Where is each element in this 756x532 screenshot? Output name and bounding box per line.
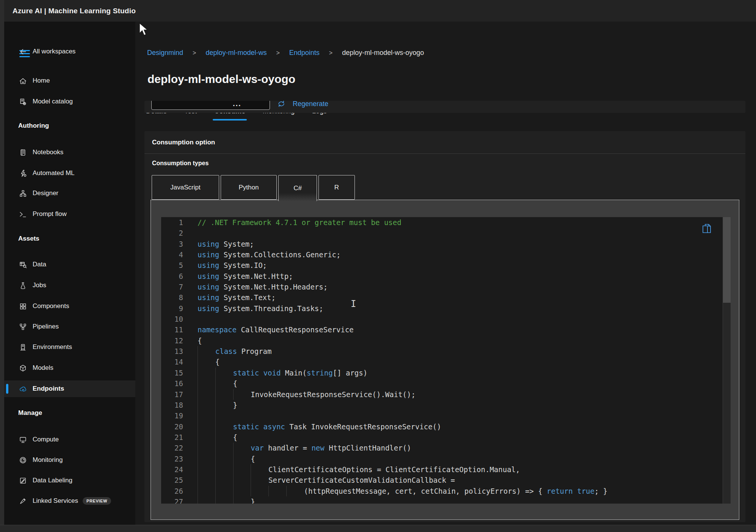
code-line: 17InvokeRequestResponseService().Wait();	[161, 389, 723, 400]
line-number: 5	[161, 260, 183, 271]
sidebar-item-data-labeling[interactable]: Data Labeling	[4, 472, 135, 489]
prompt-flow-icon	[19, 210, 27, 218]
indent-guide	[198, 378, 215, 389]
sidebar-item-label: Prompt flow	[33, 210, 67, 218]
breadcrumb-item[interactable]: Designmind	[147, 49, 183, 57]
line-number: 25	[161, 475, 183, 485]
breadcrumb-separator-icon: >	[193, 50, 196, 56]
api-key-masked-value[interactable]: ...	[233, 101, 242, 108]
sidebar-section-manage: Manage	[18, 408, 42, 418]
indent-guide	[215, 389, 233, 400]
code-line: 23{	[161, 454, 723, 464]
indent-guide	[233, 443, 251, 453]
regenerate-button[interactable]: Regenerate	[277, 101, 328, 108]
notebooks-icon	[19, 148, 27, 156]
indent-guide	[198, 496, 215, 504]
main-content: Designmind>deploy-ml-model-ws>Endpoints>…	[135, 22, 756, 525]
jobs-icon	[19, 281, 27, 289]
language-tab-r[interactable]: R	[318, 175, 355, 200]
code-scrollbar-thumb[interactable]	[723, 217, 731, 303]
sidebar-item-environments[interactable]: Environments	[4, 339, 135, 355]
indent-guide	[233, 496, 251, 504]
sidebar-item-monitoring[interactable]: Monitoring	[4, 452, 135, 468]
line-number: 15	[161, 368, 183, 378]
sidebar-item-label: Designer	[33, 189, 58, 197]
breadcrumb-separator-icon: >	[276, 50, 279, 56]
code-line: 13class Program	[161, 346, 723, 357]
breadcrumb-item[interactable]: Endpoints	[289, 49, 320, 57]
sidebar-item-automated-ml[interactable]: Automated ML	[4, 165, 135, 182]
code-scrollbar	[723, 217, 731, 504]
app-title: Azure AI | Machine Learning Studio	[13, 0, 136, 22]
linked-services-icon	[19, 497, 27, 505]
line-number: 7	[161, 282, 183, 292]
code-line: 6using System.Net.Http;	[161, 271, 723, 282]
code-line: 26(httpRequestMessage, cert, cetChain, p…	[161, 486, 723, 496]
selected-indicator	[6, 384, 8, 394]
line-number: 24	[161, 464, 183, 475]
indent-guide	[198, 357, 215, 367]
sidebar-item-label: All workspaces	[33, 48, 75, 55]
indent-guide	[198, 475, 215, 485]
preview-badge: PREVIEW	[83, 497, 111, 505]
sidebar-item-label: Components	[33, 302, 69, 310]
line-number: 16	[161, 378, 183, 389]
language-tab-javascript[interactable]: JavaScript	[152, 175, 219, 200]
code-line: 7using System.Net.Http.Headers;	[161, 282, 723, 292]
sidebar-item-compute[interactable]: Compute	[4, 431, 135, 448]
line-number: 2	[161, 228, 183, 238]
api-key-input[interactable]	[151, 101, 270, 110]
line-number: 9	[161, 303, 183, 314]
sidebar-item-components[interactable]: Components	[4, 298, 135, 315]
sidebar-item-jobs[interactable]: Jobs	[4, 277, 135, 294]
sidebar-item-model-catalog[interactable]: Model catalog	[4, 93, 135, 110]
sidebar-item-notebooks[interactable]: Notebooks	[4, 144, 135, 161]
code-editor: 1// .NET Framework 4.7.1 or greater must…	[161, 217, 723, 504]
sidebar-item-label: Linked Services	[33, 497, 78, 505]
indent-guide	[215, 454, 233, 464]
sidebar-item-home[interactable]: Home	[4, 72, 135, 89]
screen: Azure AI | Machine Learning Studio All w…	[0, 0, 756, 532]
sidebar-item-linked-services[interactable]: Linked ServicesPREVIEW	[4, 493, 135, 509]
sidebar-item-label: Endpoints	[33, 385, 64, 393]
language-tab-csharp[interactable]: C#	[278, 175, 317, 201]
language-tab-python[interactable]: Python	[221, 175, 277, 200]
sidebar-item-prompt-flow[interactable]: Prompt flow	[4, 206, 135, 222]
sidebar-item-models[interactable]: Models	[4, 360, 135, 376]
code-panel: 1// .NET Framework 4.7.1 or greater must…	[151, 200, 739, 520]
sidebar-item-label: Data	[33, 261, 46, 268]
sidebar-item-pipelines[interactable]: Pipelines	[4, 318, 135, 335]
text-cursor-icon: I	[351, 299, 356, 309]
sidebar-item-endpoints[interactable]: Endpoints	[4, 380, 135, 397]
section-divider	[144, 153, 745, 154]
indent-guide	[215, 378, 233, 389]
endpoints-icon	[19, 385, 27, 393]
line-number: 19	[161, 410, 183, 421]
line-number: 13	[161, 346, 183, 357]
sidebar-section-authoring: Authoring	[18, 121, 49, 130]
line-number: 22	[161, 443, 183, 453]
home-icon	[19, 77, 27, 85]
breadcrumb-separator-icon: >	[329, 50, 333, 56]
consumption-types-label: Consumption types	[152, 160, 209, 167]
indent-guide	[198, 400, 215, 410]
sidebar-item-all-workspaces[interactable]: All workspaces	[4, 43, 135, 60]
line-number: 27	[161, 496, 183, 504]
sidebar-item-data[interactable]: Data	[4, 256, 135, 273]
copy-code-button[interactable]	[701, 224, 713, 236]
pipelines-icon	[19, 322, 27, 331]
code-line: 16{	[161, 378, 723, 389]
sidebar-item-label: Model catalog	[33, 98, 73, 105]
indent-guide	[215, 464, 233, 475]
sidebar-item-designer[interactable]: Designer	[4, 185, 135, 202]
indent-guide	[251, 464, 268, 475]
code-line: 12{	[161, 335, 723, 346]
breadcrumb-item: deploy-ml-model-ws-oyogo	[342, 49, 424, 57]
code-line: 18}	[161, 400, 723, 410]
code-line: 11namespace CallRequestResponseService	[161, 324, 723, 335]
indent-guide	[198, 443, 215, 453]
model-catalog-icon	[19, 97, 27, 106]
breadcrumb-item[interactable]: deploy-ml-model-ws	[205, 49, 267, 57]
consumption-option-heading: Consumption option	[152, 139, 215, 146]
code-line: 21{	[161, 432, 723, 443]
